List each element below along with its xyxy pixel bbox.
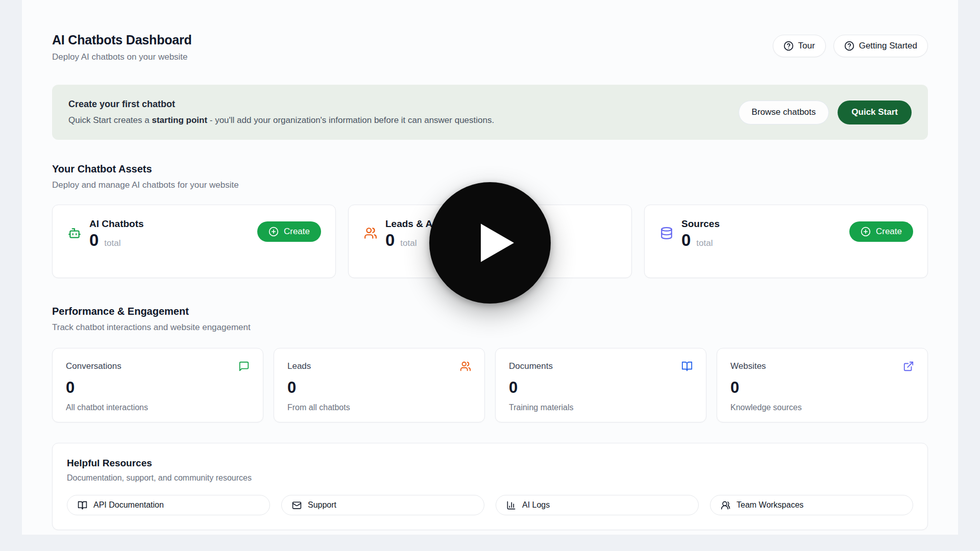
users-icon xyxy=(460,361,471,372)
asset-count-suffix: total xyxy=(104,238,120,248)
getting-started-button-label: Getting Started xyxy=(859,41,917,51)
tour-button[interactable]: Tour xyxy=(773,35,826,57)
resource-link-label: Support xyxy=(308,500,336,510)
asset-card-title: Sources xyxy=(681,218,720,230)
banner-actions: Browse chatbots Quick Start xyxy=(739,101,912,124)
video-play-button[interactable] xyxy=(429,182,551,304)
banner-title: Create your first chatbot xyxy=(68,99,494,110)
stat-description: Training materials xyxy=(509,403,693,412)
banner-body-prefix: Quick Start creates a xyxy=(68,115,152,125)
dashboard-page: AI Chatbots Dashboard Deploy AI chatbots… xyxy=(22,0,958,535)
asset-count-row: 0 total xyxy=(89,231,144,250)
stat-card-conversations[interactable]: Conversations 0 All chatbot interactions xyxy=(52,348,263,422)
plus-circle-icon xyxy=(861,227,871,237)
stat-label: Websites xyxy=(730,361,766,371)
create-button-label: Create xyxy=(876,227,902,237)
help-circle-icon xyxy=(844,41,854,51)
resources-subheading: Documentation, support, and community re… xyxy=(67,473,913,483)
asset-card-text: Sources 0 total xyxy=(681,218,720,250)
stat-card-top: Leads xyxy=(287,361,471,372)
quick-start-button[interactable]: Quick Start xyxy=(838,101,912,124)
stat-label: Documents xyxy=(509,361,553,371)
stat-value: 0 xyxy=(66,379,250,397)
ai-logs-link[interactable]: AI Logs xyxy=(496,495,699,515)
create-source-button[interactable]: Create xyxy=(849,221,913,242)
helpful-resources-panel: Helpful Resources Documentation, support… xyxy=(52,443,928,530)
page-header: AI Chatbots Dashboard Deploy AI chatbots… xyxy=(52,33,928,62)
performance-heading: Performance & Engagement xyxy=(52,306,928,317)
database-icon xyxy=(660,227,673,240)
bot-icon xyxy=(68,227,81,240)
team-workspaces-link[interactable]: Team Workspaces xyxy=(710,495,913,515)
asset-card-title: AI Chatbots xyxy=(89,218,144,230)
help-circle-icon xyxy=(783,41,794,51)
resource-link-label: AI Logs xyxy=(522,500,550,510)
stat-value: 0 xyxy=(287,379,471,397)
resources-heading: Helpful Resources xyxy=(67,458,913,469)
page-title-block: AI Chatbots Dashboard Deploy AI chatbots… xyxy=(52,33,192,62)
bar-chart-icon xyxy=(506,500,516,510)
asset-count-row: 0 total xyxy=(681,231,720,250)
stat-description: Knowledge sources xyxy=(730,403,914,412)
book-open-icon xyxy=(681,361,693,372)
support-link[interactable]: Support xyxy=(281,495,484,515)
page-title: AI Chatbots Dashboard xyxy=(52,33,192,47)
stat-value: 0 xyxy=(509,379,693,397)
stat-card-websites[interactable]: Websites 0 Knowledge sources xyxy=(717,348,928,422)
browse-chatbots-button[interactable]: Browse chatbots xyxy=(739,101,829,124)
resource-links-row: API Documentation Support AI Logs Team W… xyxy=(67,495,913,515)
stat-value: 0 xyxy=(730,379,914,397)
api-documentation-link[interactable]: API Documentation xyxy=(67,495,270,515)
message-square-icon xyxy=(238,361,250,372)
stat-cards-row: Conversations 0 All chatbot interactions… xyxy=(52,348,928,422)
asset-count: 0 xyxy=(385,231,395,250)
tour-button-label: Tour xyxy=(798,41,815,51)
external-link-icon xyxy=(903,361,914,372)
create-chatbot-button[interactable]: Create xyxy=(257,221,321,242)
resource-link-label: Team Workspaces xyxy=(737,500,803,510)
assets-heading: Your Chatbot Assets xyxy=(52,163,928,175)
stat-card-top: Websites xyxy=(730,361,914,372)
performance-section-header: Performance & Engagement Track chatbot i… xyxy=(52,306,928,333)
book-open-icon xyxy=(78,500,87,510)
banner-text-block: Create your first chatbot Quick Start cr… xyxy=(68,99,494,126)
banner-body-suffix: - you'll add your organization's informa… xyxy=(207,115,494,125)
users-icon xyxy=(721,500,730,510)
stat-label: Conversations xyxy=(66,361,121,371)
users-icon xyxy=(364,227,377,240)
plus-circle-icon xyxy=(268,227,279,237)
play-icon xyxy=(456,212,524,273)
performance-subheading: Track chatbot interactions and website e… xyxy=(52,322,928,333)
banner-body-bold: starting point xyxy=(152,115,207,125)
asset-card-text: AI Chatbots 0 total xyxy=(89,218,144,250)
stat-card-top: Documents xyxy=(509,361,693,372)
mail-icon xyxy=(292,500,302,510)
getting-started-button[interactable]: Getting Started xyxy=(834,35,928,57)
asset-count: 0 xyxy=(681,231,691,250)
asset-card-sources[interactable]: Sources 0 total Create xyxy=(644,205,928,278)
stat-description: From all chatbots xyxy=(287,403,471,412)
stat-card-leads[interactable]: Leads 0 From all chatbots xyxy=(274,348,485,422)
quick-start-banner: Create your first chatbot Quick Start cr… xyxy=(52,85,928,140)
header-actions: Tour Getting Started xyxy=(773,35,928,57)
asset-count: 0 xyxy=(89,231,99,250)
stat-card-top: Conversations xyxy=(66,361,250,372)
page-subtitle: Deploy AI chatbots on your website xyxy=(52,52,192,62)
stat-description: All chatbot interactions xyxy=(66,403,250,412)
create-button-label: Create xyxy=(284,227,310,237)
banner-body: Quick Start creates a starting point - y… xyxy=(68,115,494,126)
asset-card-ai-chatbots[interactable]: AI Chatbots 0 total Create xyxy=(52,205,336,278)
resource-link-label: API Documentation xyxy=(93,500,164,510)
asset-count-suffix: total xyxy=(400,238,416,248)
stat-card-documents[interactable]: Documents 0 Training materials xyxy=(495,348,706,422)
stat-label: Leads xyxy=(287,361,311,371)
asset-count-suffix: total xyxy=(696,238,713,248)
